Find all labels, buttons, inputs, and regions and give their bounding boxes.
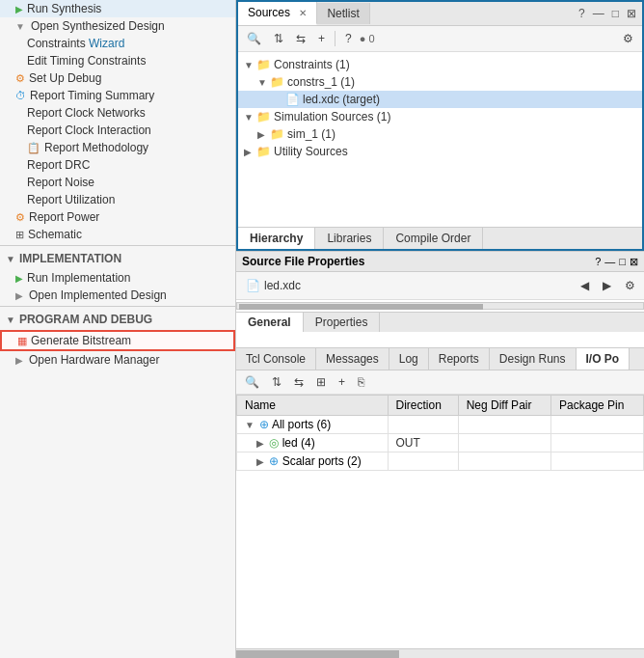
report-power[interactable]: ⚙ Report Power: [0, 208, 235, 226]
console-filter-btn1[interactable]: ⇅: [267, 372, 286, 392]
report-clock-interaction[interactable]: Report Clock Interaction: [0, 122, 235, 139]
right-panel: Sources ✕ Netlist ? — □ ⊠ 🔍 ⇅ ⇆ + ? ● 0: [236, 0, 644, 658]
tab-libraries[interactable]: Libraries: [315, 228, 384, 249]
console-copy-btn[interactable]: ⎘: [353, 372, 369, 392]
maximize-button[interactable]: ⊠: [625, 5, 638, 22]
constraints-node[interactable]: ▼ 📁 Constraints (1): [238, 56, 642, 73]
report-noise-label: Report Noise: [27, 176, 94, 189]
table-row[interactable]: ▶ ◎ led (4) OUT: [237, 434, 644, 452]
col-neg-diff: Neg Diff Pair: [458, 396, 550, 416]
row-neg-led: [458, 434, 550, 452]
console-search-btn[interactable]: 🔍: [240, 372, 264, 392]
scalar-expand-icon: ▶: [256, 456, 264, 467]
edit-timing-constraints[interactable]: Edit Timing Constraints: [0, 52, 235, 69]
set-up-debug[interactable]: ⚙ Set Up Debug: [0, 69, 235, 87]
run-implementation[interactable]: ▶ Run Implementation: [0, 269, 235, 287]
help-button[interactable]: ?: [577, 5, 587, 22]
bottom-hscroll[interactable]: [236, 648, 644, 658]
file-name-display: 📄 led.xdc: [240, 275, 307, 296]
report-methodology[interactable]: 📋 Report Methodology: [0, 139, 235, 156]
report-drc[interactable]: Report DRC: [0, 156, 235, 174]
prop-tab-general[interactable]: General: [236, 313, 304, 332]
schematic[interactable]: ⊞ Schematic: [0, 226, 235, 243]
utility-expand-icon: ▶: [244, 147, 254, 157]
gear-icon: ⚙: [15, 72, 25, 85]
console-filter-btn2[interactable]: ⇆: [289, 372, 309, 392]
restore-button[interactable]: □: [610, 5, 621, 22]
program-debug-title: PROGRAM AND DEBUG: [19, 313, 152, 326]
led-xdc-node[interactable]: 📄 led.xdc (target): [238, 91, 642, 108]
filter-button-2[interactable]: ⇆: [291, 29, 310, 48]
open-synthesized-design[interactable]: ▼ Open Synthesized Design: [0, 17, 235, 35]
row-pkg-led: [551, 434, 644, 452]
constraints-expand-icon: ▼: [244, 60, 254, 70]
open-hardware-manager[interactable]: ▶ Open Hardware Manager: [0, 351, 235, 369]
table-row[interactable]: ▼ ⊕ All ports (6): [237, 416, 644, 434]
report-timing-summary[interactable]: ⏱ Report Timing Summary: [0, 87, 235, 104]
sim1-label: sim_1 (1): [287, 127, 335, 141]
constraints-folder-icon: 📁: [256, 58, 271, 71]
table-row[interactable]: ▶ ⊕ Scalar ports (2): [237, 452, 644, 471]
nav-forward-btn[interactable]: ▶: [598, 276, 616, 295]
generate-bitstream-label: Generate Bitstream: [31, 334, 131, 347]
edit-timing-label: Edit Timing Constraints: [27, 54, 146, 68]
tab-design-runs[interactable]: Design Runs: [490, 348, 577, 370]
console-expand-btn[interactable]: ⊞: [311, 372, 331, 392]
sim1-node[interactable]: ▶ 📁 sim_1 (1): [238, 125, 642, 143]
implementation-header[interactable]: ▼ IMPLEMENTATION: [0, 248, 235, 269]
constrs1-node[interactable]: ▼ 📁 constrs_1 (1): [238, 73, 642, 91]
expand-icon: ▼: [15, 21, 25, 32]
run-synthesis-label: Run Synthesis: [27, 2, 101, 15]
file-name-text: led.xdc: [264, 279, 301, 292]
report-timing-label: Report Timing Summary: [30, 89, 154, 102]
tab-controls: ? — □ ⊠: [573, 5, 642, 22]
console-toolbar: 🔍 ⇅ ⇆ ⊞ + ⎘: [236, 370, 644, 395]
add-button[interactable]: +: [313, 29, 330, 48]
tab-messages[interactable]: Messages: [316, 348, 389, 370]
tab-sources[interactable]: Sources ✕: [238, 2, 317, 25]
props-minimize-btn[interactable]: —: [604, 256, 615, 268]
constraints-wizard-label: Constraints Wizard: [27, 37, 124, 50]
constraints-wizard[interactable]: Constraints Wizard: [0, 35, 235, 52]
open-hardware-label: Open Hardware Manager: [29, 353, 159, 367]
nav-back-btn[interactable]: ◀: [576, 276, 594, 295]
close-sources-icon[interactable]: ✕: [299, 8, 307, 18]
generate-bitstream[interactable]: ▦ Generate Bitstream: [0, 330, 235, 351]
console-panel: Tcl Console Messages Log Reports Design …: [236, 347, 644, 658]
utility-sources-node[interactable]: ▶ 📁 Utility Sources: [238, 143, 642, 160]
report-clock-networks[interactable]: Report Clock Networks: [0, 104, 235, 122]
settings-button[interactable]: ⚙: [618, 29, 638, 48]
open-implemented-design[interactable]: ▶ Open Implemented Design: [0, 287, 235, 304]
tab-netlist[interactable]: Netlist: [317, 3, 369, 24]
tab-hierarchy[interactable]: Hierarchy: [238, 228, 315, 249]
badge-count: ● 0: [360, 33, 375, 44]
tab-reports[interactable]: Reports: [429, 348, 490, 370]
search-button[interactable]: 🔍: [242, 29, 266, 48]
info-button[interactable]: ?: [340, 29, 357, 48]
filter-button-1[interactable]: ⇅: [269, 29, 288, 48]
bitstream-icon: ▦: [17, 335, 27, 347]
report-noise[interactable]: Report Noise: [0, 174, 235, 191]
clock-icon: ⏱: [15, 90, 26, 101]
props-settings-btn[interactable]: ⚙: [620, 276, 640, 295]
properties-title: Source File Properties: [242, 255, 364, 268]
open-synthesized-label: Open Synthesized Design: [31, 19, 165, 33]
horizontal-scrollbar[interactable]: [236, 302, 644, 310]
row-pkg-scalar: [551, 452, 644, 471]
props-maximize-btn[interactable]: ⊠: [630, 256, 638, 268]
prop-tab-properties[interactable]: Properties: [304, 313, 381, 332]
tab-tcl-console[interactable]: Tcl Console: [236, 348, 316, 370]
props-restore-btn[interactable]: □: [619, 256, 626, 268]
tab-compile-order[interactable]: Compile Order: [384, 228, 483, 249]
sim-sources-node[interactable]: ▼ 📁 Simulation Sources (1): [238, 108, 642, 125]
tab-log[interactable]: Log: [389, 348, 429, 370]
console-add-btn[interactable]: +: [334, 372, 350, 392]
run-synthesis[interactable]: ▶ Run Synthesis: [0, 0, 235, 17]
props-help-btn[interactable]: ?: [595, 256, 601, 268]
report-utilization[interactable]: Report Utilization: [0, 191, 235, 208]
program-debug-header[interactable]: ▼ PROGRAM AND DEBUG: [0, 309, 235, 330]
minimize-button[interactable]: —: [591, 5, 606, 22]
sources-toolbar: 🔍 ⇅ ⇆ + ? ● 0 ⚙: [238, 26, 642, 52]
expand-impl-icon: ▶: [15, 290, 23, 301]
tab-io-ports[interactable]: I/O Po: [577, 348, 631, 370]
